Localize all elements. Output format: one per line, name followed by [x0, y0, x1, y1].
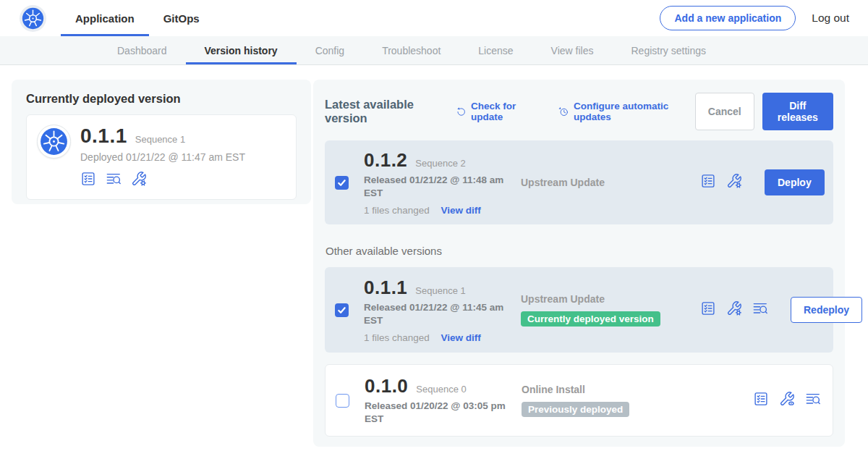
- tab-dashboard[interactable]: Dashboard: [98, 36, 186, 64]
- wrench-eye-icon[interactable]: [779, 391, 795, 410]
- top-tab-gitops[interactable]: GitOps: [149, 2, 214, 36]
- released-timestamp: Released 01/21/22 @ 11:48 am EST: [364, 174, 509, 200]
- latest-available-title: Latest available version: [325, 98, 446, 125]
- other-versions-title: Other available versions: [326, 245, 833, 257]
- add-new-application-button[interactable]: Add a new application: [660, 6, 796, 30]
- deployed-version-number: 0.1.1: [80, 125, 127, 148]
- page: Application GitOps Add a new application…: [0, 0, 868, 459]
- currently-deployed-badge: Currently deployed version: [521, 311, 660, 327]
- version-checkbox-0-1-1[interactable]: [335, 303, 349, 317]
- clock-refresh-icon: [558, 106, 569, 118]
- preflight-checklist-icon[interactable]: [700, 300, 716, 319]
- version-source-label: Online Install: [522, 384, 701, 395]
- kubernetes-logo-icon: [20, 5, 46, 32]
- view-diff-link[interactable]: View diff: [441, 332, 481, 343]
- top-tab-application[interactable]: Application: [61, 2, 149, 36]
- configure-automatic-updates-link[interactable]: Configure automatic updates: [558, 101, 695, 122]
- tab-view-files[interactable]: View files: [532, 36, 613, 64]
- files-changed-label: 1 files changed: [364, 205, 430, 216]
- files-changed-label: 1 files changed: [364, 332, 430, 343]
- deployed-card-title: Currently deployed version: [26, 92, 297, 106]
- version-number: 0.1.1: [364, 277, 407, 299]
- version-number: 0.1.0: [365, 375, 408, 397]
- preflight-checklist-icon[interactable]: [80, 171, 96, 190]
- preflight-checklist-icon[interactable]: [753, 391, 769, 410]
- version-row-0-1-1: 0.1.1 Sequence 1 Released 01/21/22 @ 11:…: [325, 267, 833, 353]
- tab-license[interactable]: License: [459, 36, 532, 64]
- app-sub-nav: Dashboard Version history Config Trouble…: [0, 36, 868, 65]
- version-row-0-1-0: 0.1.0 Sequence 0 Released 01/20/22 @ 03:…: [325, 364, 833, 437]
- tab-troubleshoot[interactable]: Troubleshoot: [363, 36, 459, 64]
- view-logs-icon[interactable]: [805, 391, 821, 410]
- version-source-label: Upstream Update: [521, 177, 700, 188]
- logout-link[interactable]: Log out: [812, 12, 849, 25]
- redeploy-button[interactable]: Redeploy: [791, 297, 862, 323]
- tab-version-history[interactable]: Version history: [186, 36, 297, 64]
- view-logs-icon[interactable]: [106, 171, 122, 190]
- available-versions-panel: Latest available version Check for updat…: [313, 80, 845, 447]
- cancel-button[interactable]: Cancel: [695, 93, 754, 130]
- view-diff-link[interactable]: View diff: [441, 205, 481, 216]
- wrench-gear-icon[interactable]: [726, 300, 742, 319]
- sequence-label: Sequence 0: [416, 384, 466, 395]
- version-checkbox-0-1-2[interactable]: [335, 176, 349, 190]
- app-kubernetes-icon: [37, 125, 71, 159]
- released-timestamp: Released 01/21/22 @ 11:45 am EST: [364, 301, 509, 327]
- view-logs-icon[interactable]: [752, 300, 768, 319]
- deployed-sequence-label: Sequence 1: [135, 134, 185, 145]
- sequence-label: Sequence 2: [415, 158, 465, 169]
- wrench-gear-icon[interactable]: [726, 173, 742, 192]
- released-timestamp: Released 01/20/22 @ 03:05 pm EST: [365, 400, 509, 426]
- version-checkbox-0-1-0[interactable]: [336, 394, 349, 408]
- currently-deployed-card: Currently deployed version 0.1.1 Sequenc…: [12, 80, 311, 204]
- check-for-update-link[interactable]: Check for update: [456, 101, 542, 122]
- tab-config[interactable]: Config: [297, 36, 363, 64]
- version-source-label: Upstream Update: [521, 293, 700, 305]
- deployed-timestamp: Deployed 01/21/22 @ 11:47 am EST: [80, 151, 245, 163]
- diff-releases-button[interactable]: Diff releases: [762, 93, 833, 130]
- sequence-label: Sequence 1: [415, 285, 465, 296]
- previously-deployed-badge: Previously deployed: [522, 402, 629, 417]
- preflight-checklist-icon[interactable]: [700, 173, 716, 192]
- refresh-icon: [456, 106, 467, 118]
- version-row-0-1-2: 0.1.2 Sequence 2 Released 01/21/22 @ 11:…: [325, 140, 833, 224]
- top-nav: Application GitOps Add a new application…: [0, 0, 868, 36]
- tab-registry-settings[interactable]: Registry settings: [612, 36, 724, 64]
- deployed-version-tile: 0.1.1 Sequence 1 Deployed 01/21/22 @ 11:…: [26, 114, 297, 200]
- version-number: 0.1.2: [364, 149, 407, 172]
- wrench-gear-icon[interactable]: [131, 171, 147, 190]
- deploy-button[interactable]: Deploy: [765, 169, 825, 195]
